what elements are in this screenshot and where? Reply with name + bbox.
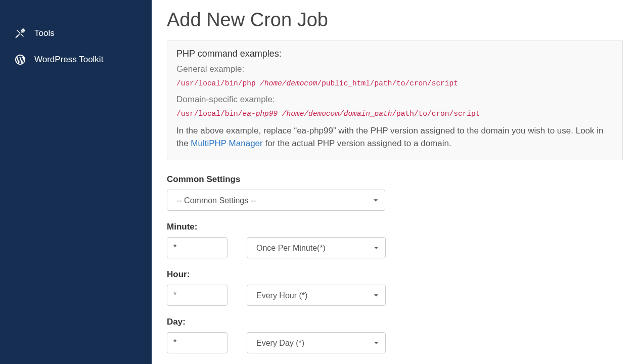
hour-input[interactable] (167, 285, 228, 306)
domain-example-command: /usr/local/bin/ea-php99 /home/democom/do… (176, 110, 613, 118)
hour-select[interactable]: Every Hour (*) (247, 285, 386, 306)
general-example-command: /usr/local/bin/php /home/democom/public_… (176, 79, 613, 87)
sidebar: Tools WordPress Toolkit (0, 0, 152, 364)
main-content: Add New Cron Job PHP command examples: G… (152, 0, 637, 364)
sidebar-item-label: WordPress Toolkit (34, 55, 103, 65)
examples-heading: PHP command examples: (176, 49, 613, 59)
minute-input[interactable] (167, 237, 228, 258)
minute-select[interactable]: Once Per Minute(*) (247, 237, 386, 258)
day-select[interactable]: Every Day (*) (247, 332, 386, 353)
day-input[interactable] (167, 332, 228, 353)
hour-label: Hour: (167, 269, 623, 280)
svg-line-1 (17, 30, 20, 33)
example-note: In the above example, replace “ea-php99”… (176, 125, 613, 150)
minute-section: Minute: Once Per Minute(*) (167, 222, 623, 258)
sidebar-item-wordpress-toolkit[interactable]: WordPress Toolkit (0, 47, 152, 73)
common-settings-section: Common Settings -- Common Settings -- (167, 174, 623, 211)
sidebar-item-label: Tools (34, 28, 55, 38)
svg-line-2 (21, 34, 23, 37)
tools-icon (14, 27, 26, 39)
php-examples-box: PHP command examples: General example: /… (167, 40, 623, 160)
day-label: Day: (167, 317, 623, 327)
common-settings-label: Common Settings (167, 174, 623, 185)
common-settings-select[interactable]: -- Common Settings -- (167, 190, 385, 211)
hour-section: Hour: Every Hour (*) (167, 269, 623, 306)
minute-label: Minute: (167, 222, 623, 232)
page-title: Add New Cron Job (167, 9, 623, 31)
sidebar-item-tools[interactable]: Tools (0, 20, 152, 47)
wordpress-icon (14, 54, 26, 66)
multiphp-manager-link[interactable]: MultiPHP Manager (191, 139, 262, 148)
day-section: Day: Every Day (*) (167, 317, 623, 353)
general-example-label: General example: (176, 64, 613, 74)
domain-example-label: Domain-specific example: (176, 95, 613, 105)
